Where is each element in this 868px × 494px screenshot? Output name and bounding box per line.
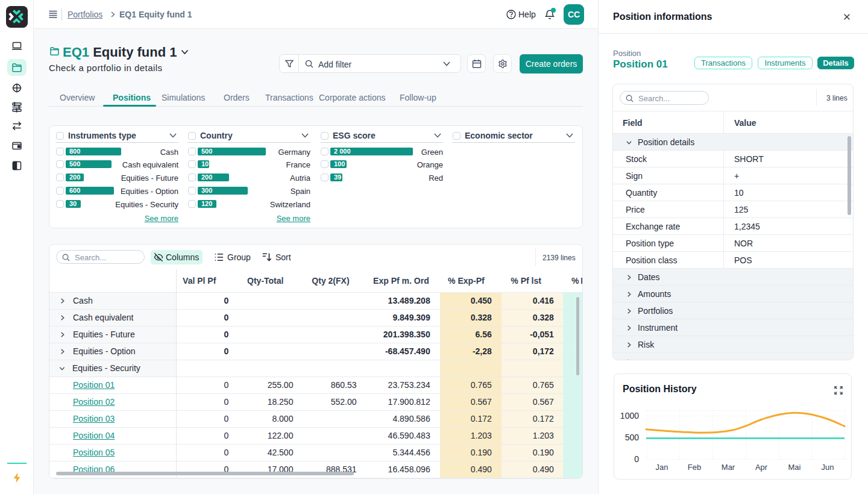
svg-text:Jun: Jun — [822, 463, 834, 472]
svg-text:Jan: Jan — [656, 463, 668, 472]
svg-text:Mar: Mar — [722, 463, 735, 472]
svg-text:500: 500 — [625, 433, 640, 442]
svg-text:Feb: Feb — [688, 463, 701, 472]
svg-text:Apr: Apr — [755, 463, 768, 472]
svg-text:0: 0 — [634, 454, 639, 464]
svg-text:Mai: Mai — [788, 463, 801, 472]
svg-text:1000: 1000 — [620, 411, 639, 421]
